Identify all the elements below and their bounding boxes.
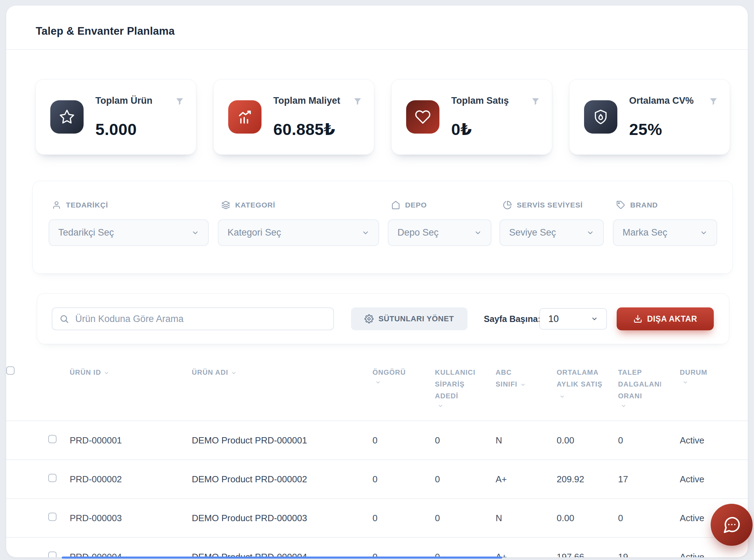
filter-service-level: SERVİS SEVİYESİ Seviye Seç	[499, 181, 604, 273]
stat-label: Toplam Satış	[451, 95, 509, 106]
select-placeholder: Tedarikçi Seç	[58, 227, 114, 238]
category-select[interactable]: Kategori Seç	[218, 219, 379, 246]
filter-icon[interactable]	[531, 97, 540, 106]
column-header-demand-volatility[interactable]: TALEP DALGALANMA ORANI	[618, 366, 661, 409]
cell-demand-volatility: 17	[618, 474, 628, 485]
row-checkbox[interactable]	[48, 552, 57, 558]
search-box	[52, 307, 334, 330]
header-divider	[6, 49, 748, 50]
sort-icon	[621, 403, 661, 409]
brand-select[interactable]: Marka Seç	[613, 219, 717, 246]
export-button[interactable]: DIŞA AKTAR	[617, 307, 714, 330]
filters-panel: TEDARİKÇİ Tedarikçi Seç KATEGORİ Kategor…	[32, 181, 733, 274]
column-header-product-id[interactable]: ÜRÜN ID	[70, 366, 109, 378]
row-checkbox[interactable]	[48, 435, 57, 443]
table-row: PRD-000004 DEMO Product PRD-000004 0 0 A…	[6, 537, 748, 557]
column-header-user-orders[interactable]: KULLANICI SİPARİŞ ADEDİ	[435, 366, 481, 409]
chevron-down-icon	[362, 229, 369, 237]
filter-icon[interactable]	[175, 97, 184, 106]
sort-icon	[375, 380, 411, 385]
cell-user-orders: 0	[435, 513, 440, 524]
column-header-avg-monthly-sales[interactable]: ORTALAMA AYLIK SATIŞ	[557, 366, 604, 402]
cell-product-name: DEMO Product PRD-000003	[192, 513, 307, 524]
filter-label: BRAND	[630, 201, 658, 209]
stat-card-total-cost: Toplam Maliyet 60.885₺	[213, 79, 374, 155]
chevron-down-icon	[474, 229, 482, 237]
cell-avg-monthly-sales: 0.00	[557, 435, 574, 446]
column-header-abc-class[interactable]: ABC SINIFI	[496, 366, 529, 390]
main-panel: Talep & Envanter Planlama Toplam Ürün 5.…	[6, 6, 748, 557]
manage-columns-label: SÜTUNLARI YÖNET	[378, 314, 454, 323]
cell-product-name: DEMO Product PRD-000001	[192, 435, 307, 446]
chevron-down-icon	[191, 229, 199, 237]
per-page-select[interactable]: 10	[539, 308, 607, 330]
search-input[interactable]	[52, 308, 333, 330]
sort-icon	[104, 370, 109, 376]
select-placeholder: Marka Seç	[623, 227, 667, 238]
chevron-down-icon	[591, 315, 598, 322]
cell-status: Active	[680, 435, 704, 446]
cell-status: Active	[680, 474, 704, 485]
stat-label: Toplam Maliyet	[273, 95, 340, 106]
table-row: PRD-000002 DEMO Product PRD-000002 0 0 A…	[6, 459, 748, 498]
heart-icon	[406, 100, 439, 134]
cell-status: Active	[680, 513, 704, 524]
pie-chart-icon	[503, 201, 512, 210]
manage-columns-button[interactable]: SÜTUNLARI YÖNET	[351, 307, 468, 330]
cell-product-id: PRD-000001	[70, 435, 122, 446]
stat-value: 25%	[629, 120, 662, 139]
star-icon	[50, 100, 84, 134]
cell-status: Active	[680, 552, 704, 558]
tag-icon	[616, 201, 625, 210]
chat-fab-button[interactable]	[711, 504, 753, 546]
bar-chart-icon	[228, 100, 262, 134]
sort-icon	[683, 380, 716, 385]
cell-product-name: DEMO Product PRD-000002	[192, 474, 307, 485]
sort-icon	[559, 394, 565, 399]
supplier-select[interactable]: Tedarikçi Seç	[49, 219, 209, 246]
cell-demand-volatility: 19	[618, 552, 628, 558]
sort-icon	[231, 370, 237, 376]
filter-label: SERVİS SEVİYESİ	[517, 201, 583, 209]
column-header-status[interactable]: DURUM	[680, 366, 716, 385]
filter-label: TEDARİKÇİ	[66, 201, 108, 209]
table-row: PRD-000001 DEMO Product PRD-000001 0 0 N…	[6, 421, 748, 459]
layers-icon	[221, 201, 230, 210]
cell-forecast: 0	[372, 513, 377, 524]
filter-icon[interactable]	[353, 97, 362, 106]
filter-brand: BRAND Marka Seç	[613, 181, 717, 273]
select-all-checkbox[interactable]	[6, 366, 15, 375]
cell-forecast: 0	[372, 435, 377, 446]
gear-icon	[365, 314, 374, 323]
filter-icon[interactable]	[709, 97, 718, 106]
stat-card-total-products: Toplam Ürün 5.000	[35, 79, 196, 155]
per-page-value: 10	[548, 314, 559, 324]
cell-avg-monthly-sales: 197.66	[557, 552, 584, 558]
stat-card-total-sales: Toplam Satış 0₺	[391, 79, 552, 155]
table-header: ÜRÜN ID ÜRÜN ADI ÖNGÖRÜ KULLANICI SİPARİ…	[6, 366, 748, 421]
select-placeholder: Kategori Seç	[228, 227, 281, 238]
cell-avg-monthly-sales: 0.00	[557, 513, 574, 524]
search-icon	[59, 314, 69, 324]
chevron-down-icon	[700, 229, 708, 237]
chat-bubble-icon	[722, 515, 742, 535]
select-placeholder: Seviye Seç	[509, 227, 556, 238]
row-checkbox[interactable]	[48, 513, 57, 521]
cell-product-id: PRD-000003	[70, 513, 122, 524]
stat-value: 5.000	[95, 120, 137, 139]
column-header-product-name[interactable]: ÜRÜN ADI	[192, 366, 237, 378]
stat-label: Ortalama CV%	[629, 95, 694, 106]
warehouse-select[interactable]: Depo Seç	[388, 219, 491, 246]
stat-value: 60.885₺	[273, 120, 335, 139]
service-level-select[interactable]: Seviye Seç	[499, 219, 604, 246]
filter-category: KATEGORİ Kategori Seç	[218, 181, 379, 273]
horizontal-scrollbar-thumb[interactable]	[62, 557, 502, 559]
filter-warehouse: DEPO Depo Seç	[388, 181, 491, 273]
cell-user-orders: 0	[435, 435, 440, 446]
filter-label: DEPO	[405, 201, 427, 209]
column-header-forecast[interactable]: ÖNGÖRÜ	[372, 366, 411, 385]
cell-abc-class: N	[496, 513, 502, 524]
filter-supplier: TEDARİKÇİ Tedarikçi Seç	[49, 181, 209, 273]
stat-value: 0₺	[451, 120, 472, 139]
row-checkbox[interactable]	[48, 474, 57, 482]
